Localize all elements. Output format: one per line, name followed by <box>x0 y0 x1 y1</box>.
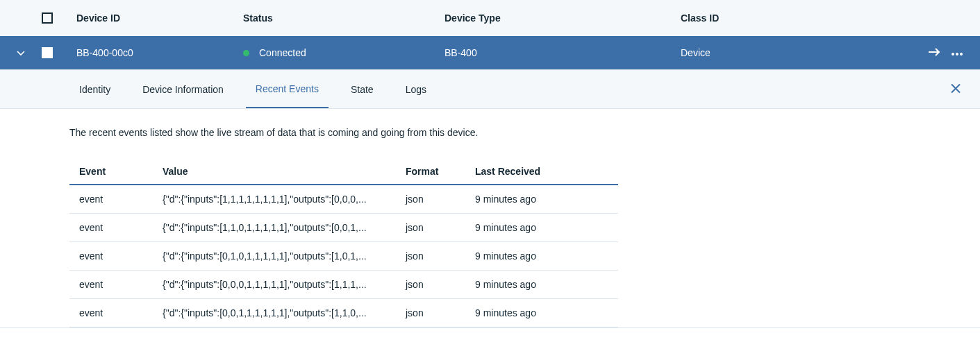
events-header-format: Format <box>406 166 475 177</box>
events-row: event {"d":{"inputs":[0,1,0,1,1,1,1,1],"… <box>69 242 618 271</box>
open-device-button[interactable] <box>929 47 941 59</box>
events-header-value: Value <box>163 166 406 177</box>
header-device-id: Device ID <box>76 12 243 24</box>
event-cell-format: json <box>406 194 475 205</box>
row-actions <box>917 47 980 59</box>
events-table: Event Value Format Last Received event {… <box>69 159 618 327</box>
event-cell-value: {"d":{"inputs":[0,0,0,1,1,1,1,1],"output… <box>163 279 406 290</box>
device-table-header: Device ID Status Device Type Class ID <box>0 0 980 36</box>
status-connected-dot <box>243 50 249 56</box>
event-cell-format: json <box>406 307 475 318</box>
tab-state[interactable]: State <box>341 70 383 108</box>
event-cell-event: event <box>79 194 163 205</box>
events-row: event {"d":{"inputs":[0,0,0,1,1,1,1,1],"… <box>69 271 618 299</box>
event-cell-last: 9 minutes ago <box>475 279 608 290</box>
row-checkbox-cell <box>42 47 76 58</box>
recent-events-description: The recent events listed show the live s… <box>0 109 980 159</box>
event-cell-format: json <box>406 279 475 290</box>
tab-logs[interactable]: Logs <box>396 70 436 108</box>
event-cell-format: json <box>406 222 475 233</box>
cell-device-type: BB-400 <box>445 47 681 58</box>
event-cell-last: 9 minutes ago <box>475 222 608 233</box>
svg-point-1 <box>956 53 958 56</box>
events-header-last-received: Last Received <box>475 166 608 177</box>
event-cell-value: {"d":{"inputs":[0,1,0,1,1,1,1,1],"output… <box>163 250 406 262</box>
event-cell-last: 9 minutes ago <box>475 194 608 205</box>
header-checkbox-cell <box>42 12 76 24</box>
cell-class-id: Device <box>681 47 917 58</box>
event-cell-event: event <box>79 250 163 262</box>
events-row: event {"d":{"inputs":[0,0,1,1,1,1,1,1],"… <box>69 299 618 327</box>
expand-toggle[interactable] <box>17 49 42 57</box>
row-overflow-menu[interactable] <box>951 47 963 58</box>
events-row: event {"d":{"inputs":[1,1,0,1,1,1,1,1],"… <box>69 214 618 242</box>
header-device-type: Device Type <box>445 12 681 24</box>
select-all-checkbox[interactable] <box>42 12 53 24</box>
event-cell-format: json <box>406 250 475 262</box>
detail-tabs: Identity Device Information Recent Event… <box>0 70 980 109</box>
row-checkbox[interactable] <box>42 47 53 58</box>
svg-point-0 <box>952 53 954 56</box>
close-detail-button[interactable] <box>951 82 961 96</box>
tab-device-information[interactable]: Device Information <box>133 70 233 108</box>
event-cell-event: event <box>79 307 163 318</box>
svg-point-2 <box>960 53 963 56</box>
event-cell-event: event <box>79 279 163 290</box>
ellipsis-icon <box>951 52 963 56</box>
device-detail-panel: Identity Device Information Recent Event… <box>0 69 980 328</box>
cell-status-label: Connected <box>259 47 306 58</box>
events-row: event {"d":{"inputs":[1,1,1,1,1,1,1,1],"… <box>69 185 618 214</box>
tab-identity[interactable]: Identity <box>69 70 120 108</box>
events-header-event: Event <box>79 166 163 177</box>
event-cell-last: 9 minutes ago <box>475 307 608 318</box>
event-cell-event: event <box>79 222 163 233</box>
arrow-right-icon <box>929 47 941 57</box>
event-cell-value: {"d":{"inputs":[0,0,1,1,1,1,1,1],"output… <box>163 307 406 318</box>
header-status: Status <box>243 12 445 24</box>
cell-device-id: BB-400-00c0 <box>76 47 243 58</box>
event-cell-value: {"d":{"inputs":[1,1,0,1,1,1,1,1],"output… <box>163 222 406 233</box>
events-table-header: Event Value Format Last Received <box>69 159 618 185</box>
close-icon <box>951 83 961 93</box>
event-cell-value: {"d":{"inputs":[1,1,1,1,1,1,1,1],"output… <box>163 194 406 205</box>
tab-recent-events[interactable]: Recent Events <box>246 70 329 108</box>
header-class-id: Class ID <box>681 12 980 24</box>
device-row[interactable]: BB-400-00c0 Connected BB-400 Device <box>0 36 980 69</box>
chevron-down-icon <box>17 49 25 57</box>
event-cell-last: 9 minutes ago <box>475 250 608 262</box>
cell-status: Connected <box>243 47 445 58</box>
